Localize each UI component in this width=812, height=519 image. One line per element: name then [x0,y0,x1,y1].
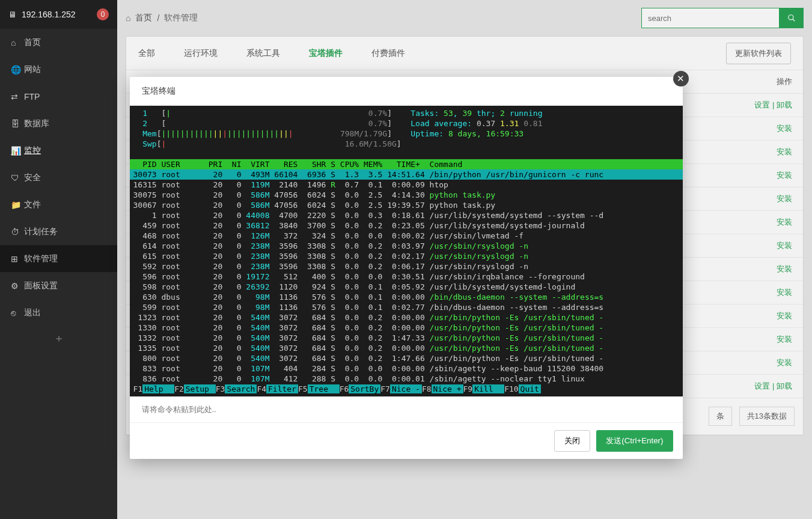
command-input[interactable] [130,396,683,422]
terminal-output: 1 [| 0.7%] Tasks: 53, 39 thr; 2 running … [130,106,683,396]
modal-close-button[interactable]: ✕ [673,71,689,86]
modal-overlay: ✕ 宝塔终端 1 [| 0.7%] Tasks: 53, 39 thr; 2 r… [0,0,812,519]
close-button[interactable]: 关闭 [554,430,590,452]
modal-title: 宝塔终端 [130,77,683,106]
send-button[interactable]: 发送(Ctrl+Enter) [596,430,673,452]
terminal-modal: ✕ 宝塔终端 1 [| 0.7%] Tasks: 53, 39 thr; 2 r… [130,77,683,459]
